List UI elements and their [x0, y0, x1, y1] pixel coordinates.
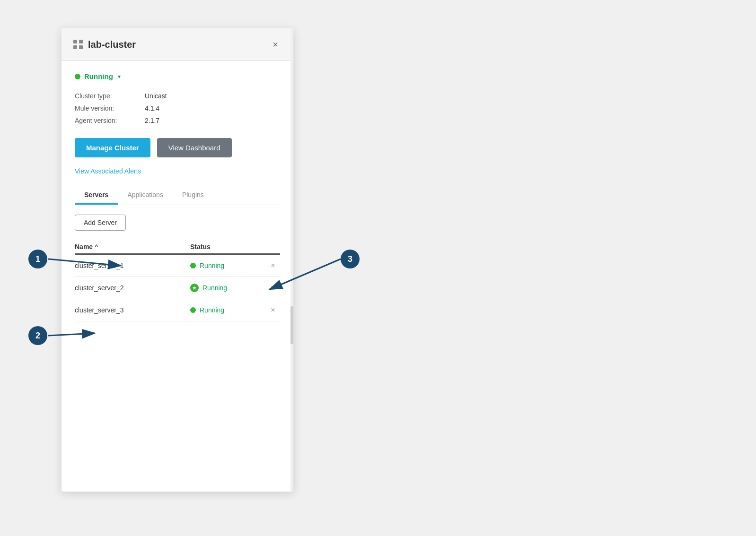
scrollbar-track: [290, 28, 293, 492]
table-row: cluster_server_1 Running ×: [75, 255, 280, 277]
annotation-bubble-3: 3: [341, 250, 360, 268]
remove-server-1-button[interactable]: ×: [266, 261, 280, 270]
status-row: Running ▾: [75, 72, 280, 80]
server-status-1: Running: [190, 262, 266, 269]
table-row: cluster_server_3 Running ×: [75, 299, 280, 321]
server-status-3: Running: [190, 306, 266, 314]
tab-plugins[interactable]: Plugins: [173, 186, 213, 205]
panel-title: lab-cluster: [88, 39, 136, 50]
mule-version-value: 4.1.4: [145, 104, 159, 112]
agent-version-value: 2.1.7: [145, 117, 159, 124]
cluster-type-value: Unicast: [145, 92, 167, 100]
table-header: Name ^ Status: [75, 240, 280, 255]
agent-version-label: Agent version:: [75, 117, 141, 124]
server-name-1: cluster_server_1: [75, 262, 190, 269]
server-name-2: cluster_server_2: [75, 284, 190, 292]
view-dashboard-button[interactable]: View Dashboard: [157, 138, 232, 157]
status-dot-icon: [190, 263, 196, 268]
view-alerts-link[interactable]: View Associated Alerts: [75, 167, 141, 175]
column-name-header[interactable]: Name ^: [75, 243, 190, 251]
server-status-2: ★ Running: [190, 284, 266, 292]
remove-server-3-button[interactable]: ×: [266, 306, 280, 314]
status-star-icon: ★: [190, 284, 199, 292]
table-row: cluster_server_2 ★ Running ×: [75, 277, 280, 299]
page-wrapper: 1 2 3: [19, 19, 737, 536]
svg-rect-6: [73, 45, 77, 49]
status-dropdown-arrow[interactable]: ▾: [118, 73, 121, 80]
tab-applications[interactable]: Applications: [118, 186, 173, 205]
sort-icon: ^: [95, 243, 98, 250]
tabs-container: Servers Applications Plugins: [75, 186, 280, 205]
cluster-panel: lab-cluster × Running ▾ Cluster type: Un…: [62, 28, 293, 492]
add-server-button[interactable]: Add Server: [75, 215, 126, 231]
svg-rect-7: [79, 45, 83, 49]
panel-body: Running ▾ Cluster type: Unicast Mule ver…: [62, 61, 293, 333]
tab-servers[interactable]: Servers: [75, 186, 118, 205]
action-buttons: Manage Cluster View Dashboard: [75, 138, 280, 157]
remove-server-2-button[interactable]: ×: [266, 284, 280, 292]
server-name-3: cluster_server_3: [75, 306, 190, 314]
server-table: Name ^ Status cluster_server_1 Running: [75, 240, 280, 321]
annotation-bubble-1: 1: [28, 250, 47, 268]
status-label: Running: [84, 72, 113, 80]
column-status-header: Status: [190, 243, 266, 251]
mule-version-label: Mule version:: [75, 104, 141, 112]
close-button[interactable]: ×: [269, 38, 282, 51]
annotation-bubble-2: 2: [28, 326, 47, 345]
panel-header: lab-cluster ×: [62, 28, 293, 61]
panel-header-left: lab-cluster: [73, 39, 136, 50]
svg-rect-5: [79, 40, 83, 43]
cluster-type-row: Cluster type: Unicast: [75, 90, 280, 102]
cluster-icon: [73, 39, 83, 50]
svg-rect-4: [73, 40, 77, 43]
status-indicator: [75, 74, 80, 79]
manage-cluster-button[interactable]: Manage Cluster: [75, 138, 150, 157]
info-table: Cluster type: Unicast Mule version: 4.1.…: [75, 90, 280, 127]
scrollbar-thumb[interactable]: [290, 306, 293, 344]
agent-version-row: Agent version: 2.1.7: [75, 114, 280, 127]
status-dot-icon: [190, 307, 196, 313]
cluster-type-label: Cluster type:: [75, 92, 141, 100]
mule-version-row: Mule version: 4.1.4: [75, 102, 280, 114]
